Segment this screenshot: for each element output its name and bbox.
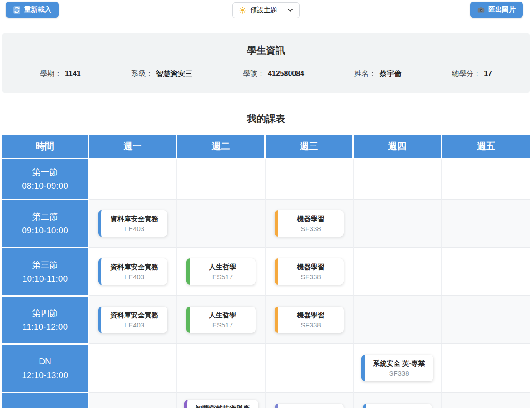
- timetable-cell: [354, 295, 442, 343]
- timetable-cell: [177, 199, 266, 247]
- period-label: 第二節: [32, 210, 58, 223]
- theme-select-value: 預設主題: [250, 6, 277, 15]
- export-image-button[interactable]: 匯出圖片: [470, 2, 523, 18]
- student-info-title: 學生資訊: [2, 44, 530, 57]
- course-name: 人生哲學: [198, 311, 247, 320]
- period-label: 第一節: [32, 166, 58, 179]
- timetable-cell: [442, 295, 530, 343]
- field-label: 學期：: [40, 70, 62, 77]
- course-card: 人生哲學ES517: [186, 307, 256, 333]
- course-name: 資料庫安全實務: [110, 263, 159, 272]
- timetable: 時間週一週二週三週四週五 第一節08:10-09:00第二節09:10-10:0…: [2, 135, 530, 408]
- reload-icon: [13, 6, 20, 14]
- course-card: 人生哲學ES517: [186, 258, 256, 285]
- course-card: 資料庫安全實務LE403: [98, 258, 167, 285]
- field-semester: 學期：1141: [40, 69, 81, 79]
- field-label: 學號：: [243, 70, 265, 77]
- timetable-cell: [177, 343, 266, 392]
- column-header-day-5: 週五: [442, 135, 530, 159]
- timetable-cell: 人生哲學ES517: [177, 247, 266, 295]
- timetable-cell: [89, 159, 177, 199]
- timetable-cell: 人生哲學ES517: [177, 295, 266, 343]
- timetable-cell: 機器學習SF338: [266, 295, 354, 343]
- timetable-cell: [442, 392, 530, 408]
- period-cell: [2, 392, 89, 408]
- period-cell: DN12:10-13:00: [2, 343, 89, 392]
- timetable-cell: [266, 392, 354, 408]
- timetable-row-5: DN12:10-13:00系統安全 英-專業SF338: [2, 343, 530, 392]
- course-name: 智慧穿戴技術與應: [196, 404, 250, 408]
- timetable-row-3: 第三節10:10-11:00資料庫安全實務LE403人生哲學ES517機器學習S…: [2, 247, 530, 295]
- reload-button[interactable]: 重新載入: [6, 2, 59, 18]
- timetable-cell: [442, 199, 530, 247]
- course-room: SF338: [286, 273, 336, 281]
- timetable-cell: [442, 159, 530, 199]
- timetable-cell: 資料庫安全實務LE403: [89, 295, 177, 343]
- course-room: LE403: [110, 273, 159, 281]
- course-card: 機器學習SF338: [275, 307, 344, 333]
- column-header-day-1: 週一: [89, 135, 177, 159]
- timetable-row-2: 第二節09:10-10:00資料庫安全實務LE403機器學習SF338: [2, 199, 530, 247]
- theme-select[interactable]: 預設主題: [232, 2, 300, 18]
- course-room: SF338: [373, 369, 425, 377]
- chevron-down-icon: [288, 9, 293, 12]
- timetable-header-row: 時間週一週二週三週四週五: [2, 135, 530, 159]
- timetable-cell: [266, 159, 354, 199]
- timetable-cell: [442, 343, 530, 392]
- period-time-range: 09:10-10:00: [22, 224, 68, 237]
- timetable-cell: 系統安全 英-專業SF338: [354, 343, 442, 392]
- field-value: 智慧資安三: [156, 70, 192, 77]
- timetable-body: 第一節08:10-09:00第二節09:10-10:00資料庫安全實務LE403…: [2, 159, 530, 408]
- course-room: LE403: [110, 321, 159, 329]
- column-header-time: 時間: [2, 135, 89, 159]
- timetable-cell: 機器學習SF338: [266, 247, 354, 295]
- course-card: 系統安全 英-專業SF338: [361, 355, 433, 381]
- course-name: 機器學習: [286, 311, 336, 320]
- course-card: 機器學習SF338: [275, 210, 344, 237]
- reload-button-label: 重新載入: [24, 5, 51, 14]
- course-name: 系統安全 英-專業: [373, 359, 425, 368]
- timetable-cell: [177, 159, 266, 199]
- timetable-cell: [354, 392, 442, 408]
- period-time-range: 10:10-11:00: [22, 272, 68, 285]
- column-header-day-3: 週三: [266, 135, 354, 159]
- column-header-day-2: 週二: [177, 135, 266, 159]
- timetable-row-6: 智慧穿戴技術與應: [2, 392, 530, 408]
- field-student-id: 學號：412580084: [243, 69, 304, 79]
- field-class: 系級：智慧資安三: [131, 69, 192, 79]
- period-cell: 第四節11:10-12:00: [2, 295, 89, 343]
- course-name: 機器學習: [286, 263, 336, 272]
- field-value: 蔡宇倫: [380, 70, 402, 77]
- period-label: 第四節: [32, 307, 58, 320]
- course-name: 人生哲學: [198, 263, 247, 272]
- toolbar: 重新載入 預設主題: [0, 0, 532, 21]
- timetable-row-4: 第四節11:10-12:00資料庫安全實務LE403人生哲學ES517機器學習S…: [2, 295, 530, 343]
- timetable-title: 我的課表: [0, 112, 532, 125]
- timetable-cell: 智慧穿戴技術與應: [177, 392, 266, 408]
- period-time-range: 11:10-12:00: [22, 320, 68, 333]
- course-room: SF338: [286, 225, 336, 232]
- timetable-cell: [442, 247, 530, 295]
- course-card: [363, 404, 432, 408]
- course-name: 資料庫安全實務: [110, 311, 159, 320]
- sun-icon: [239, 7, 246, 14]
- camera-icon: [477, 6, 485, 14]
- field-label: 總學分：: [452, 70, 481, 77]
- field-value: 1141: [65, 70, 81, 77]
- timetable-cell: 資料庫安全實務LE403: [89, 247, 177, 295]
- field-name: 姓名：蔡宇倫: [355, 69, 402, 79]
- export-image-button-label: 匯出圖片: [488, 5, 516, 14]
- course-name: 機器學習: [286, 215, 336, 223]
- timetable-cell: 資料庫安全實務LE403: [89, 199, 177, 247]
- period-cell: 第二節09:10-10:00: [2, 199, 89, 247]
- course-card: [275, 404, 344, 408]
- field-total-credits: 總學分：17: [452, 69, 492, 79]
- timetable-cell: 機器學習SF338: [266, 199, 354, 247]
- course-name: 資料庫安全實務: [110, 215, 159, 223]
- column-header-day-4: 週四: [354, 135, 442, 159]
- timetable-cell: [354, 199, 442, 247]
- course-room: ES517: [198, 273, 247, 281]
- period-label: DN: [39, 355, 51, 368]
- field-label: 姓名：: [355, 70, 376, 77]
- period-time-range: 08:10-09:00: [22, 179, 68, 192]
